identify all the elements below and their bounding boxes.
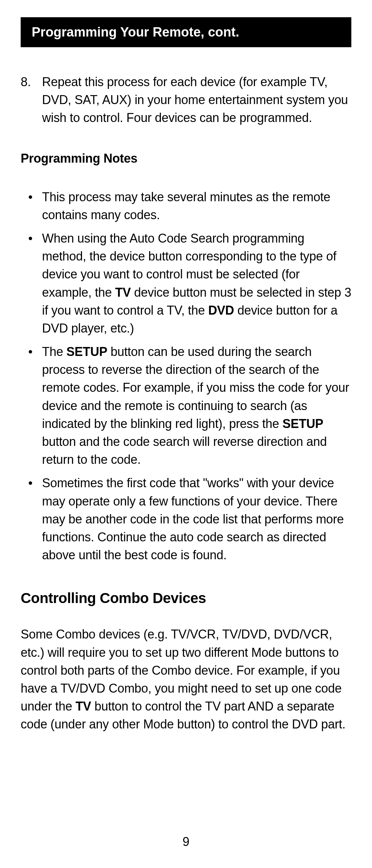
combo-bold1: TV (75, 699, 91, 713)
page-number: 9 (0, 835, 372, 849)
note-bullet-3: The SETUP button can be used during the … (21, 343, 351, 469)
step-text: Repeat this process for each device (for… (42, 73, 351, 127)
note-bullet-2: When using the Auto Code Search programm… (21, 229, 351, 337)
combo-heading: Controlling Combo Devices (21, 590, 351, 606)
note-4-text: Sometimes the first code that "works" wi… (42, 476, 344, 562)
note-bullet-1: This process may take several minutes as… (21, 188, 351, 224)
step-number: 8. (21, 73, 42, 127)
notes-heading: Programming Notes (21, 151, 351, 166)
notes-list: This process may take several minutes as… (21, 188, 351, 564)
header-banner: Programming Your Remote, cont. (21, 17, 351, 47)
note-2-bold1: TV (115, 285, 131, 299)
combo-paragraph: Some Combo devices (e.g. TV/VCR, TV/DVD,… (21, 625, 351, 733)
note-3-bold2: SETUP (282, 417, 323, 431)
note-3-p3: button and the code search will reverse … (42, 435, 327, 467)
step-8: 8. Repeat this process for each device (… (21, 73, 351, 127)
note-3-bold1: SETUP (66, 345, 107, 359)
note-2-bold2: DVD (208, 303, 234, 317)
note-3-p1: The (42, 345, 66, 359)
note-bullet-4: Sometimes the first code that "works" wi… (21, 474, 351, 564)
header-title: Programming Your Remote, cont. (32, 25, 239, 39)
note-1-text: This process may take several minutes as… (42, 190, 330, 222)
